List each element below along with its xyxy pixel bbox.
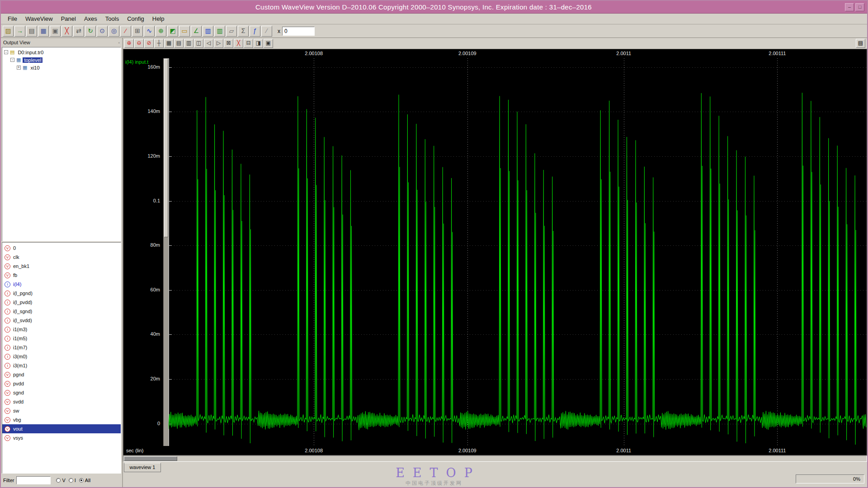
refresh-icon[interactable]: ↻: [85, 26, 96, 37]
crosshair-icon[interactable]: ┼: [154, 39, 164, 48]
eye-diagram-icon[interactable]: ◩: [167, 26, 178, 37]
sheet-icon: ▦: [16, 57, 21, 63]
menu-waveview[interactable]: WaveView: [21, 14, 57, 23]
tree-node[interactable]: +▦xi10: [2, 64, 121, 71]
signal-item-sgnd[interactable]: Vsgnd: [2, 388, 121, 397]
next-wave-icon[interactable]: ▷: [214, 39, 223, 48]
filter-radio-v[interactable]: V: [56, 478, 65, 483]
v-signal-icon: V: [5, 272, 10, 278]
y-axis-label: 0.1: [123, 198, 163, 203]
signal-label: i(l_svdd): [13, 318, 32, 323]
signal-item-i(l_sgnd)[interactable]: Ii(l_sgnd): [2, 307, 121, 316]
signal-item-i(l_pgnd)[interactable]: Ii(l_pgnd): [2, 289, 121, 298]
tree-node[interactable]: -▤D0:input.tr0: [2, 48, 121, 56]
notes-icon[interactable]: ▱: [226, 26, 237, 37]
prev-wave-icon[interactable]: ◁: [204, 39, 213, 48]
filter-radio-i[interactable]: I: [69, 478, 76, 483]
main-toolbar: ▨→▤▦▣╳⇄↻⊙◎∕⊞∿⊕◩▭∠▥▥▱Σƒ⁄ x: [1, 24, 867, 38]
pan-grid-icon[interactable]: ▦: [164, 39, 174, 48]
signal-label: 0: [13, 245, 16, 251]
tree-expander-icon[interactable]: -: [4, 50, 8, 54]
signal-item-vbg[interactable]: Vvbg: [2, 415, 121, 424]
signal-item-fb[interactable]: Vfb: [2, 271, 121, 280]
save-session-icon[interactable]: ▦: [38, 26, 49, 37]
swap-signals-icon[interactable]: ⇄: [73, 26, 84, 37]
vertical-scrollbar[interactable]: [163, 58, 169, 446]
menu-config[interactable]: Config: [123, 14, 148, 23]
menu-help[interactable]: Help: [148, 14, 169, 23]
fx-calculator-icon[interactable]: ƒ: [250, 26, 260, 37]
panel-menu-icon[interactable]: ▤: [856, 39, 865, 48]
measure-box-icon[interactable]: ▭: [179, 26, 190, 37]
signal-item-svdd[interactable]: Vsvdd: [2, 397, 121, 406]
menu-file[interactable]: File: [4, 14, 21, 23]
rows-view-icon[interactable]: ▤: [174, 39, 184, 48]
zoom-out-icon[interactable]: ⊖: [134, 39, 144, 48]
open-design-icon[interactable]: ▨: [3, 26, 14, 37]
title-bar[interactable]: Custom WaveView Version D–2010.06 Copyri…: [1, 1, 867, 14]
zoom-in-icon[interactable]: ⊕: [124, 39, 134, 48]
cut-region-icon[interactable]: ⊠: [224, 39, 233, 48]
draw-slope-icon[interactable]: ∕: [120, 26, 131, 37]
signal-label: i(l_pgnd): [13, 291, 33, 296]
marker-icon[interactable]: ◫: [194, 39, 203, 48]
horizontal-scrollbar-thumb[interactable]: [124, 456, 177, 461]
dock-icon[interactable]: ▫: [118, 40, 120, 45]
signal-item-i3(m1)[interactable]: Ii3(m1): [2, 361, 121, 370]
data-table-icon[interactable]: ⊞: [132, 26, 143, 37]
zoom-area-icon[interactable]: ◎: [108, 26, 119, 37]
layout-icon[interactable]: ▣: [264, 39, 273, 48]
main-area: Output View ▫ -▤D0:input.tr0-▦toplevel+▦…: [1, 38, 867, 487]
angle-tool-icon[interactable]: ∠: [191, 26, 202, 37]
collapse-panel-icon[interactable]: ⊟: [244, 39, 253, 48]
tree-expander-icon[interactable]: -: [10, 58, 14, 62]
waveform-view-icon[interactable]: ∿: [144, 26, 155, 37]
signal-item-i3(m0)[interactable]: Ii3(m0): [2, 352, 121, 361]
tab-waveview-1[interactable]: waveview 1: [124, 463, 161, 472]
signal-item-pgnd[interactable]: Vpgnd: [2, 370, 121, 379]
ruler-icon[interactable]: ⁄: [261, 26, 272, 37]
copy-window-icon[interactable]: ▣: [50, 26, 61, 37]
signal-item-i1(m3)[interactable]: Ii1(m3): [2, 325, 121, 334]
tree-node[interactable]: -▦toplevel: [2, 56, 121, 64]
maximize-button[interactable]: □: [855, 3, 864, 11]
signal-item-i(l_pvdd)[interactable]: Ii(l_pvdd): [2, 298, 121, 307]
sigma-calc-icon[interactable]: Σ: [238, 26, 249, 37]
signal-item-i1(m7)[interactable]: Ii1(m7): [2, 343, 121, 352]
split-view-icon[interactable]: ◨: [254, 39, 263, 48]
signal-item-clk[interactable]: Vclk: [2, 253, 121, 262]
delete-region-icon[interactable]: ╳: [234, 39, 243, 48]
signal-item-vout[interactable]: Vvout: [2, 424, 121, 433]
zoom-fit-icon[interactable]: ⊘: [144, 39, 154, 48]
signal-item-i1(m5)[interactable]: Ii1(m5): [2, 334, 121, 343]
wave-toolbar: ⊕⊖⊘┼▦▤▥◫◁▷⊠╳⊟◨▣ ▤: [123, 38, 867, 49]
signal-item-0[interactable]: V0: [2, 244, 121, 253]
polar-chart-icon[interactable]: ⊕: [156, 26, 166, 37]
menu-panel[interactable]: Panel: [57, 14, 80, 23]
close-window-icon[interactable]: ╳: [61, 26, 72, 37]
signal-item-en_bk1[interactable]: Ven_bk1: [2, 262, 121, 271]
columns-view-icon[interactable]: ▥: [184, 39, 193, 48]
filter-input[interactable]: [16, 476, 51, 484]
import-waveform-icon[interactable]: →: [14, 26, 25, 37]
minimize-button[interactable]: –: [845, 3, 854, 11]
x-position-input[interactable]: [282, 27, 315, 36]
print-icon[interactable]: ▤: [26, 26, 37, 37]
zoom-icon[interactable]: ⊙: [97, 26, 108, 37]
menu-axes[interactable]: Axes: [80, 14, 101, 23]
vertical-scrollbar-thumb[interactable]: [164, 59, 168, 237]
tree-expander-icon[interactable]: +: [17, 66, 21, 70]
signal-item-vsys[interactable]: Vvsys: [2, 433, 121, 442]
signal-item-pvdd[interactable]: Vpvdd: [2, 379, 121, 388]
filter-radio-all[interactable]: All: [79, 478, 90, 483]
horizontal-scrollbar[interactable]: [123, 455, 867, 462]
histogram-green-icon[interactable]: ▥: [214, 26, 225, 37]
menu-tools[interactable]: Tools: [101, 14, 123, 23]
waveform-panel: ⊕⊖⊘┼▦▤▥◫◁▷⊠╳⊟◨▣ ▤ 2.001082.001092.00112.…: [123, 38, 867, 487]
file-icon: ▤: [10, 49, 14, 55]
signal-item-i(l4)[interactable]: Ii(l4): [2, 280, 121, 289]
waveform-plot[interactable]: [169, 58, 867, 446]
signal-item-i(l_svdd)[interactable]: Ii(l_svdd): [2, 316, 121, 325]
signal-item-sw[interactable]: Vsw: [2, 406, 121, 415]
histogram-blue-icon[interactable]: ▥: [203, 26, 213, 37]
